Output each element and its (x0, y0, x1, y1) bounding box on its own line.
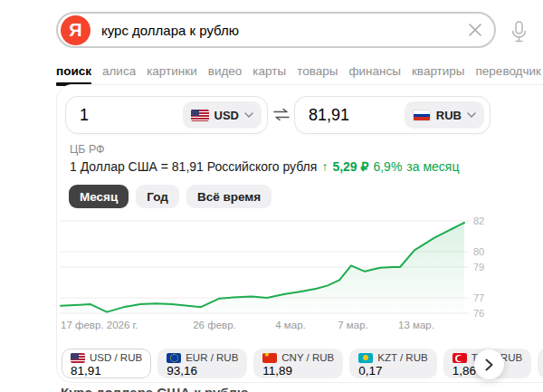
rate-summary: 1 Доллар США = 81,91 Российского рубля ↑… (70, 159, 459, 174)
search-tabs: поиск алиса картинки видео карты товары … (56, 64, 543, 86)
tab-alisa[interactable]: алиса (102, 64, 136, 86)
currency-from-code: USD (214, 109, 239, 122)
eu-flag-icon (167, 353, 181, 363)
y-axis-tick: 79 (473, 262, 484, 272)
kz-flag-icon (358, 353, 373, 363)
rate-text: 1 Доллар США = 81,91 Российского рубля (70, 159, 317, 174)
close-icon[interactable] (465, 20, 485, 40)
swap-currencies-icon[interactable] (273, 108, 290, 121)
change-period: за месяц (406, 159, 459, 174)
tab-kvartiry[interactable]: квартиры (412, 64, 465, 86)
change-arrow-icon: ↑ (321, 159, 328, 174)
amount-from-input[interactable] (80, 106, 183, 125)
converter-to-box[interactable]: RUB (294, 96, 491, 134)
tr-flag-icon (452, 353, 467, 363)
tab-poisk[interactable]: поиск (56, 64, 91, 86)
usd-rub-chart: 8280797776 17 февр. 2026 г.26 февр.4 мар… (57, 209, 543, 338)
chart-series (61, 223, 464, 313)
rate-source-label: ЦБ РФ (70, 143, 105, 156)
x-axis-tick: 4 мар. (275, 320, 305, 330)
period-switcher: Месяц Год Всё время (69, 185, 272, 208)
tab-karty[interactable]: карты (252, 64, 286, 86)
yandex-logo[interactable]: Я (61, 15, 90, 45)
usd-rub-chart-svg (57, 209, 473, 318)
chip-usd-rub[interactable]: USD / RUB 81,91 (62, 349, 151, 378)
amount-to-input[interactable] (309, 106, 405, 125)
converter-from-box[interactable]: USD (65, 96, 268, 134)
period-month-button[interactable]: Месяц (69, 185, 129, 208)
us-flag-icon (191, 110, 209, 121)
tab-tovary[interactable]: товары (297, 64, 338, 86)
y-axis-tick: 80 (473, 246, 484, 257)
chevron-down-icon (244, 112, 253, 118)
ru-flag-icon (413, 110, 431, 121)
currency-from-selector[interactable]: USD (183, 101, 262, 129)
currency-pair-chips: USD / RUB 81,91 EUR / RUB 93,16 CNY / RU… (62, 349, 543, 378)
microphone-icon[interactable] (510, 20, 529, 44)
currency-widget-card: USD RUB ЦБ РФ 1 Доллар США = 81,91 Росси… (56, 84, 543, 383)
next-result-title-clipped[interactable]: Курс доллара США к рублю (61, 385, 248, 392)
chip-aed-rub[interactable]: AED / RUB 22,30 (538, 349, 543, 378)
tab-video[interactable]: видео (208, 64, 243, 86)
y-axis-tick: 82 (473, 215, 484, 226)
change-percent: 6,9% (373, 159, 402, 174)
chip-kzt-rub[interactable]: KZT / RUB 0,17 (349, 349, 436, 378)
tab-perevodchik[interactable]: переводчик (476, 64, 541, 86)
period-year-button[interactable]: Год (136, 185, 179, 208)
search-input[interactable] (101, 23, 465, 38)
currency-to-code: RUB (436, 109, 462, 122)
x-axis-tick: 13 мар. (398, 320, 434, 330)
tab-kartinki[interactable]: картинки (147, 64, 197, 86)
chevron-right-icon (485, 359, 493, 371)
scroll-pairs-right-button[interactable] (474, 349, 504, 379)
chip-eur-rub[interactable]: EUR / RUB 93,16 (157, 349, 247, 378)
x-axis-tick: 17 февр. 2026 г. (61, 320, 138, 330)
x-axis-tick: 7 мар. (338, 320, 367, 330)
y-axis-tick: 76 (473, 308, 484, 319)
chevron-down-icon (467, 112, 476, 118)
period-all-button[interactable]: Всё время (186, 185, 272, 208)
change-delta: 5,29 ₽ (332, 159, 368, 174)
currency-to-selector[interactable]: RUB (405, 101, 484, 129)
cn-flag-icon (262, 353, 277, 363)
y-axis-tick: 77 (473, 292, 484, 303)
us-flag-icon (71, 353, 85, 363)
chip-cny-rub[interactable]: CNY / RUB 11,89 (253, 349, 343, 378)
x-axis-tick: 26 февр. (193, 320, 236, 330)
tab-finansy[interactable]: финансы (348, 64, 401, 86)
search-bar[interactable]: Я (56, 12, 496, 48)
